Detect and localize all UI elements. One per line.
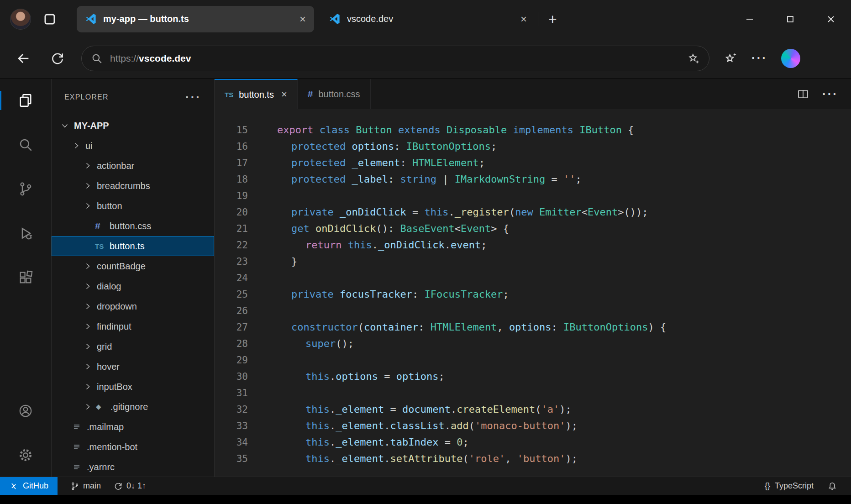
branch-item[interactable]: main bbox=[70, 481, 101, 491]
code-line-33[interactable]: 33this._element.classList.add('monaco-bu… bbox=[215, 418, 851, 434]
explorer-item-findinput[interactable]: findinput bbox=[52, 316, 214, 336]
tab-close-button[interactable]: × bbox=[299, 14, 306, 25]
explorer-item-button-ts[interactable]: TSbutton.ts bbox=[52, 236, 214, 256]
explorer-item-actionbar[interactable]: actionbar bbox=[52, 156, 214, 176]
code-line-20[interactable]: 20private _onDidClick = this._register(n… bbox=[215, 204, 851, 220]
code-line-31[interactable]: 31 bbox=[215, 385, 851, 401]
code-line-25[interactable]: 25private focusTracker: IFocusTracker; bbox=[215, 286, 851, 303]
explorer-item--gitignore[interactable]: ◆.gitignore bbox=[52, 397, 214, 417]
editor-tab-bar: TS button.ts × # button.css ··· bbox=[215, 79, 851, 109]
code-line-19[interactable]: 19 bbox=[215, 188, 851, 204]
explorer-item-my-app[interactable]: MY-APP bbox=[52, 116, 214, 136]
explorer-more-button[interactable]: ··· bbox=[185, 90, 201, 105]
line-number: 26 bbox=[215, 303, 248, 319]
explorer-item-label: MY-APP bbox=[74, 121, 109, 131]
explorer-item-breadcrumbs[interactable]: breadcrumbs bbox=[52, 176, 214, 196]
code-line-32[interactable]: 32this._element = document.createElement… bbox=[215, 401, 851, 418]
language-item[interactable]: {} TypeScript bbox=[765, 481, 814, 491]
editor-tab-label: button.ts bbox=[239, 89, 274, 100]
code-line-34[interactable]: 34this._element.tabIndex = 0; bbox=[215, 434, 851, 451]
explorer-item-inputbox[interactable]: inputBox bbox=[52, 377, 214, 397]
editor-tab-label: button.css bbox=[318, 89, 360, 100]
explorer-item-label: .yarnrc bbox=[87, 462, 115, 472]
editor-more-button[interactable]: ··· bbox=[822, 87, 838, 101]
maximize-button[interactable] bbox=[770, 0, 810, 38]
code-line-27[interactable]: 27constructor(container: HTMLElement, op… bbox=[215, 319, 851, 336]
refresh-button[interactable] bbox=[50, 51, 65, 66]
explorer-item-dropdown[interactable]: dropdown bbox=[52, 296, 214, 316]
explorer-item-label: inputBox bbox=[97, 382, 132, 392]
explorer-item-countbadge[interactable]: countBadge bbox=[52, 256, 214, 276]
lines-file-icon bbox=[72, 462, 86, 472]
explorer-item--mailmap[interactable]: .mailmap bbox=[52, 417, 214, 437]
explorer-item-button-css[interactable]: #button.css bbox=[52, 216, 214, 236]
activity-source-control-button[interactable] bbox=[0, 176, 51, 202]
code-line-15[interactable]: 15export class Button extends Disposable… bbox=[215, 122, 851, 138]
code-line-21[interactable]: 21get onDidClick(): BaseEvent<Event> { bbox=[215, 220, 851, 237]
close-button[interactable] bbox=[810, 0, 851, 38]
editor-tab-button-css[interactable]: # button.css bbox=[298, 79, 371, 109]
tab-title: vscode.dev bbox=[347, 14, 516, 24]
split-editor-button[interactable] bbox=[797, 88, 809, 100]
chevron-right-icon bbox=[84, 362, 96, 371]
chevron-down-icon bbox=[61, 121, 73, 130]
chevron-right-icon bbox=[84, 202, 96, 210]
minimize-button[interactable] bbox=[729, 0, 770, 38]
chevron-right-icon bbox=[84, 302, 96, 310]
notifications-bell-button[interactable] bbox=[827, 481, 837, 491]
code-line-23[interactable]: 23} bbox=[215, 253, 851, 270]
accounts-button[interactable] bbox=[0, 398, 51, 424]
code-line-26[interactable]: 26 bbox=[215, 303, 851, 319]
chevron-right-icon bbox=[84, 162, 96, 170]
sync-item[interactable]: 0↓ 1↑ bbox=[114, 481, 146, 491]
editor-tab-close-button[interactable]: × bbox=[281, 89, 287, 100]
chevron-right-icon bbox=[84, 383, 96, 391]
activity-run-debug-button[interactable] bbox=[0, 220, 51, 247]
activity-explorer-button[interactable] bbox=[0, 87, 51, 114]
code-line-24[interactable]: 24 bbox=[215, 270, 851, 286]
settings-gear-button[interactable] bbox=[0, 442, 51, 468]
line-number: 35 bbox=[215, 451, 248, 467]
tab-close-button[interactable]: × bbox=[520, 14, 527, 25]
explorer-item-dialog[interactable]: dialog bbox=[52, 276, 214, 296]
profile-avatar[interactable] bbox=[10, 9, 31, 30]
line-number: 24 bbox=[215, 270, 248, 286]
code-line-17[interactable]: 17protected _element: HTMLElement; bbox=[215, 155, 851, 171]
browser-tab-inactive[interactable]: vscode.dev × bbox=[320, 6, 535, 32]
explorer-item-grid[interactable]: grid bbox=[52, 336, 214, 357]
browser-tab-active[interactable]: my-app — button.ts × bbox=[77, 6, 314, 32]
settings-more-button[interactable]: ··· bbox=[751, 51, 767, 65]
code-line-22[interactable]: 22return this._onDidClick.event; bbox=[215, 237, 851, 253]
line-number: 23 bbox=[215, 253, 248, 270]
explorer-item-button[interactable]: button bbox=[52, 196, 214, 216]
code-line-29[interactable]: 29 bbox=[215, 352, 851, 368]
remote-icon bbox=[9, 482, 18, 491]
code-line-30[interactable]: 30this.options = options; bbox=[215, 368, 851, 385]
remote-indicator[interactable]: GitHub bbox=[0, 477, 58, 495]
lines-file-icon bbox=[72, 442, 86, 452]
address-bar[interactable]: https://vscode.dev bbox=[81, 46, 709, 71]
explorer-item--yarnrc[interactable]: .yarnrc bbox=[52, 457, 214, 477]
new-tab-button[interactable]: + bbox=[548, 12, 557, 26]
search-icon bbox=[91, 52, 103, 64]
explorer-item-label: button bbox=[97, 201, 122, 211]
editor-tab-button-ts[interactable]: TS button.ts × bbox=[215, 79, 298, 109]
code-line-28[interactable]: 28super(); bbox=[215, 336, 851, 352]
explorer-item-label: findinput bbox=[97, 321, 131, 332]
add-favorite-button[interactable] bbox=[687, 52, 700, 65]
line-number: 21 bbox=[215, 220, 248, 237]
chevron-right-icon bbox=[84, 322, 96, 331]
copilot-icon[interactable] bbox=[781, 49, 800, 68]
code-line-16[interactable]: 16protected options: IButtonOptions; bbox=[215, 138, 851, 155]
explorer-item-hover[interactable]: hover bbox=[52, 357, 214, 377]
code-line-18[interactable]: 18protected _label: string | IMarkdownSt… bbox=[215, 171, 851, 188]
explorer-item-ui[interactable]: ui bbox=[52, 136, 214, 156]
workspaces-icon[interactable] bbox=[43, 12, 57, 26]
activity-extensions-button[interactable] bbox=[0, 264, 51, 291]
back-button[interactable] bbox=[16, 51, 31, 66]
favorites-button[interactable] bbox=[723, 51, 738, 66]
activity-search-button[interactable] bbox=[0, 131, 51, 158]
code-lines: 15export class Button extends Disposable… bbox=[215, 122, 851, 467]
explorer-item--mention-bot[interactable]: .mention-bot bbox=[52, 437, 214, 457]
code-line-35[interactable]: 35this._element.setAttribute('role', 'bu… bbox=[215, 451, 851, 467]
